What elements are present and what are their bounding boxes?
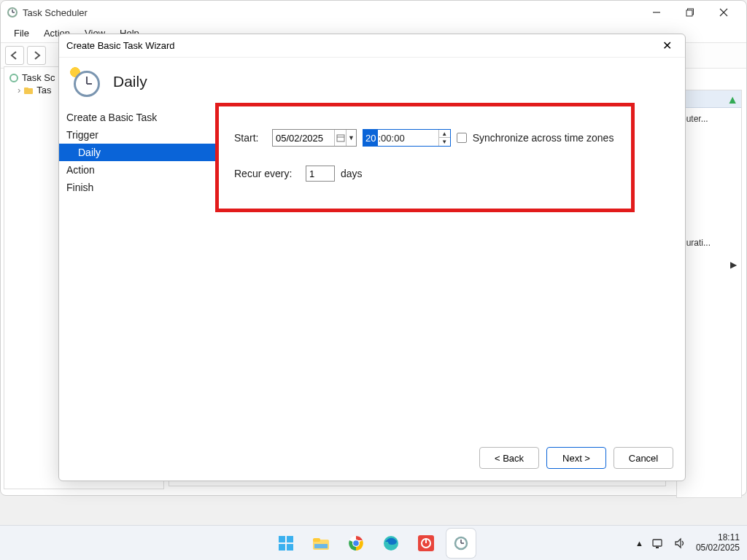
svg-rect-31 xyxy=(656,547,659,548)
tray-chevron-icon[interactable]: ▲ xyxy=(635,539,643,548)
svg-point-8 xyxy=(10,74,18,82)
wizard-title-text: Create Basic Task Wizard xyxy=(66,40,175,51)
folder-icon xyxy=(23,85,34,96)
taskbar: ▲ 18:11 05/02/2025 xyxy=(0,525,747,560)
time-spinner[interactable]: ▲ ▼ xyxy=(438,130,450,146)
tray-time: 18:11 xyxy=(696,533,740,543)
start-date-picker[interactable]: ▼ xyxy=(272,129,357,147)
expand-right-icon[interactable]: ▶ xyxy=(677,254,741,276)
sync-timezones-checkbox[interactable] xyxy=(457,133,467,143)
next-button[interactable]: Next > xyxy=(546,447,606,469)
spin-up-icon[interactable]: ▲ xyxy=(439,130,450,138)
svg-rect-18 xyxy=(313,538,320,542)
wizard-titlebar: Create Basic Task Wizard ✕ xyxy=(59,34,685,58)
close-icon[interactable]: ✕ xyxy=(656,39,678,52)
app-icon xyxy=(7,7,18,18)
chrome-icon[interactable] xyxy=(341,529,371,558)
svg-rect-30 xyxy=(653,540,662,546)
wizard-clock-icon xyxy=(69,66,100,97)
tray-clock[interactable]: 18:11 05/02/2025 xyxy=(696,533,740,553)
time-rest[interactable]: :00:00 xyxy=(378,133,406,144)
clock-icon xyxy=(9,73,19,83)
wizard-content: Start: ▼ 20 :00:00 ▲ ▼ xyxy=(217,103,685,440)
start-button[interactable] xyxy=(271,529,301,558)
step-action[interactable]: Action xyxy=(59,161,217,179)
svg-rect-16 xyxy=(287,544,293,551)
annotation-highlight xyxy=(215,103,635,212)
action-item-2[interactable]: gurati... xyxy=(677,232,741,254)
sync-timezones-label: Synchronize across time zones xyxy=(473,132,614,144)
volume-icon[interactable] xyxy=(674,537,687,549)
maximize-button[interactable] xyxy=(673,2,707,23)
minimize-button[interactable] xyxy=(640,2,673,23)
task-scheduler-taskbar-icon[interactable] xyxy=(446,529,476,558)
titlebar: Task Scheduler xyxy=(1,1,746,24)
step-finish[interactable]: Finish xyxy=(59,179,217,196)
calendar-icon[interactable] xyxy=(334,130,346,146)
expand-icon: › xyxy=(18,85,20,96)
svg-rect-10 xyxy=(24,88,28,90)
actions-panel: ▲ puter... gurati... ▶ xyxy=(676,90,742,498)
wizard-steps: Create a Basic Task Trigger Daily Action… xyxy=(59,103,217,440)
start-time-picker[interactable]: 20 :00:00 ▲ ▼ xyxy=(363,129,451,147)
step-create-basic-task[interactable]: Create a Basic Task xyxy=(59,109,217,126)
cancel-button[interactable]: Cancel xyxy=(614,447,673,469)
svg-rect-14 xyxy=(287,536,293,542)
back-button[interactable]: < Back xyxy=(479,447,539,469)
svg-rect-13 xyxy=(279,536,285,542)
app-title: Task Scheduler xyxy=(23,7,88,18)
system-tray: ▲ 18:11 05/02/2025 xyxy=(635,533,747,553)
action-item-1[interactable]: puter... xyxy=(677,108,741,130)
actions-header: ▲ xyxy=(677,90,741,108)
spin-down-icon[interactable]: ▼ xyxy=(439,138,450,146)
wizard-heading: Daily xyxy=(113,73,147,90)
recur-unit-label: days xyxy=(341,168,363,179)
chevron-down-icon[interactable]: ▼ xyxy=(346,130,356,146)
svg-point-22 xyxy=(353,540,359,546)
tray-date: 05/02/2025 xyxy=(696,543,740,553)
step-trigger[interactable]: Trigger xyxy=(59,126,217,144)
back-nav-button[interactable] xyxy=(5,46,24,65)
close-button[interactable] xyxy=(707,2,740,23)
forward-nav-button[interactable] xyxy=(27,46,46,65)
step-daily[interactable]: Daily xyxy=(59,144,217,161)
svg-rect-5 xyxy=(686,10,692,16)
wizard-header: Daily xyxy=(59,58,685,103)
edge-icon[interactable] xyxy=(376,529,406,558)
recur-label: Recur every: xyxy=(234,168,300,179)
start-date-input[interactable] xyxy=(273,130,334,146)
svg-rect-19 xyxy=(314,544,328,548)
explorer-icon[interactable] xyxy=(306,529,336,558)
start-label: Start: xyxy=(234,132,266,144)
wizard-dialog: Create Basic Task Wizard ✕ Daily Create … xyxy=(58,34,686,481)
svg-rect-15 xyxy=(279,544,285,551)
power-icon[interactable] xyxy=(411,529,441,558)
wizard-footer: < Back Next > Cancel xyxy=(59,440,685,481)
menu-file[interactable]: File xyxy=(8,26,35,40)
recur-days-input[interactable] xyxy=(306,166,335,182)
collapse-up-icon[interactable]: ▲ xyxy=(727,93,738,106)
time-hours-selected[interactable]: 20 xyxy=(363,130,378,146)
svg-rect-11 xyxy=(337,135,344,141)
network-icon[interactable] xyxy=(652,537,665,549)
